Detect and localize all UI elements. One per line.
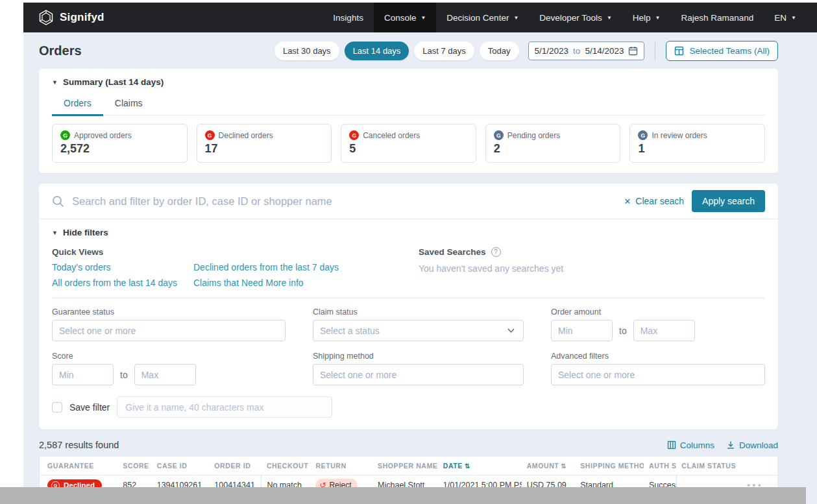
logo-wordmark: Signifyd [60,11,104,24]
shipping-method-label: Shipping method [313,352,524,361]
nav-item-insights[interactable]: Insights [323,3,374,32]
col-header-score[interactable]: SCORE [117,457,151,475]
col-header-date-sort[interactable]: DATE⇅ [438,457,522,475]
close-icon: ✕ [624,197,631,206]
guarantee-status-field: Guarantee status [52,307,286,341]
quick-view-claims-need-info[interactable]: Claims that Need More info [193,278,419,288]
chevron-down-icon: ▼ [607,15,612,21]
search-input[interactable] [72,195,616,208]
date-from-value[interactable]: 5/1/2023 [535,46,569,56]
hide-filters-toggle[interactable]: ▼ Hide filters [52,228,765,237]
help-question-icon[interactable]: ? [491,247,501,257]
horizontal-scrollbar[interactable] [0,487,806,504]
sort-icon: ⇅ [561,462,567,470]
stat-card-canceled-orders[interactable]: GCanceled orders 5 [341,124,476,163]
sort-icon: ⇅ [465,462,470,470]
download-button[interactable]: Download [726,440,778,450]
score-field: Score to [52,352,286,385]
search-filter-panel: ✕ Clear seach Apply search ▼ Hide filter… [39,184,778,429]
col-header-auth-status[interactable]: AUTH S [644,457,676,475]
declined-orders-count: 17 [205,142,324,156]
col-header-shipping-method[interactable]: SHIPPING METHOD [575,457,644,475]
nav-item-console[interactable]: Console▼ [374,3,436,32]
top-navbar: Signifyd Insights Console▼ Decision Cent… [23,3,817,32]
advanced-filters-input[interactable] [551,364,765,385]
approved-orders-count: 2,572 [60,142,179,156]
tab-orders[interactable]: Orders [52,93,103,116]
nav-item-help[interactable]: Help▼ [622,3,671,32]
range-today-button[interactable]: Today [480,42,519,60]
score-max-input[interactable] [134,364,196,385]
nav-item-decision-center[interactable]: Decision Center▼ [436,3,529,32]
chevron-down-icon: ▼ [513,15,518,21]
stat-card-approved-orders[interactable]: GApproved orders 2,572 [52,124,188,163]
guarantee-pending-icon: G [494,130,504,140]
claim-status-select[interactable] [313,320,524,341]
summary-cards: GApproved orders 2,572 GDeclined orders … [52,124,765,163]
shipping-method-field: Shipping method [313,352,524,385]
filter-grid: Guarantee status Claim status O [52,307,765,385]
results-toolbar: 2,587 results found Columns [39,440,778,450]
range-last-14-days-button[interactable]: Last 14 days [345,42,409,60]
filters-body: ▼ Hide filters Quick Views Today's order… [39,219,778,429]
col-header-shopper-name[interactable]: SHOPPER NAME [372,457,438,475]
claim-status-field: Claim status [313,307,524,341]
date-to-word: to [573,46,580,56]
guarantee-status-label: Guarantee status [52,307,286,317]
advanced-filters-label: Advanced filters [551,352,765,361]
tab-claims[interactable]: Claims [103,93,154,115]
order-amount-to-word: to [619,326,627,336]
save-filter-name-input[interactable] [117,396,332,418]
quick-views-section: Quick Views Today's orders Declined orde… [52,247,419,288]
nav-item-language[interactable]: EN▼ [764,3,807,32]
guarantee-declined-icon: G [205,130,215,140]
order-amount-min-input[interactable] [551,320,613,341]
order-amount-max-input[interactable] [633,320,695,341]
col-header-claim-status[interactable]: CLAIM STATUS [676,457,777,475]
chevron-down-icon: ▼ [791,15,796,21]
col-header-checkout[interactable]: CHECKOUT [262,457,311,475]
main-content: Orders Last 30 days Last 14 days Last 7 … [23,32,817,504]
shipping-method-input[interactable] [313,364,524,385]
col-header-order-id[interactable]: ORDER ID [209,457,262,475]
quick-view-all-orders-14-days[interactable]: All orders from the last 14 days [52,278,193,288]
date-range-picker[interactable]: 5/1/2023 to 5/14/2023 [528,42,645,60]
stat-card-in-review-orders[interactable]: GIn review orders 1 [629,124,765,163]
signifyd-logo[interactable]: Signifyd [38,9,104,26]
stat-card-declined-orders[interactable]: GDeclined orders 17 [197,124,332,163]
col-header-return[interactable]: RETURN [310,457,372,475]
order-amount-label: Order amount [551,307,765,317]
canceled-orders-count: 5 [349,142,468,156]
guarantee-status-input[interactable] [52,320,286,341]
summary-collapse-toggle[interactable]: ▼ Summary (Last 14 days) [52,77,765,87]
nav-menu: Insights Console▼ Decision Center▼ Devel… [323,3,807,32]
download-icon [726,440,735,450]
stat-card-pending-orders[interactable]: GPending orders 2 [485,124,621,163]
selected-teams-button[interactable]: Selected Teams (All) [666,41,778,61]
apply-search-button[interactable]: Apply search [692,190,765,212]
quick-view-declined-7-days[interactable]: Declined orders from the last 7 days [193,262,419,272]
score-to-word: to [120,370,128,380]
nav-item-user[interactable]: Rajesh Ramanand [670,3,764,32]
range-last-30-days-button[interactable]: Last 30 days [274,42,339,60]
summary-tabs: Orders Claims [52,93,765,115]
score-min-input[interactable] [52,364,114,385]
nav-item-developer-tools[interactable]: Developer Tools▼ [529,3,622,32]
date-to-value[interactable]: 5/14/2023 [585,46,624,56]
saved-searches-section: Saved Searches ? You haven't saved any s… [419,247,765,288]
quick-views-title: Quick Views [52,247,419,257]
search-icon [52,195,64,208]
col-header-amount-sort[interactable]: AMOUNT⇅ [522,457,576,475]
quick-view-todays-orders[interactable]: Today's orders [52,262,193,272]
save-filter-checkbox[interactable] [52,402,62,413]
saved-searches-title: Saved Searches [419,247,486,257]
range-last-7-days-button[interactable]: Last 7 days [414,42,474,60]
table-header-row: GUARANTEE SCORE CASE ID ORDER ID CHECKOU… [40,457,778,475]
clear-search-button[interactable]: ✕ Clear seach [624,196,684,206]
app-window: Signifyd Insights Console▼ Decision Cent… [23,3,817,504]
score-label: Score [52,352,286,361]
columns-button[interactable]: Columns [667,440,714,450]
in-review-orders-count: 1 [638,142,757,156]
col-header-case-id[interactable]: CASE ID [152,457,210,475]
col-header-guarantee[interactable]: GUARANTEE [40,457,118,475]
